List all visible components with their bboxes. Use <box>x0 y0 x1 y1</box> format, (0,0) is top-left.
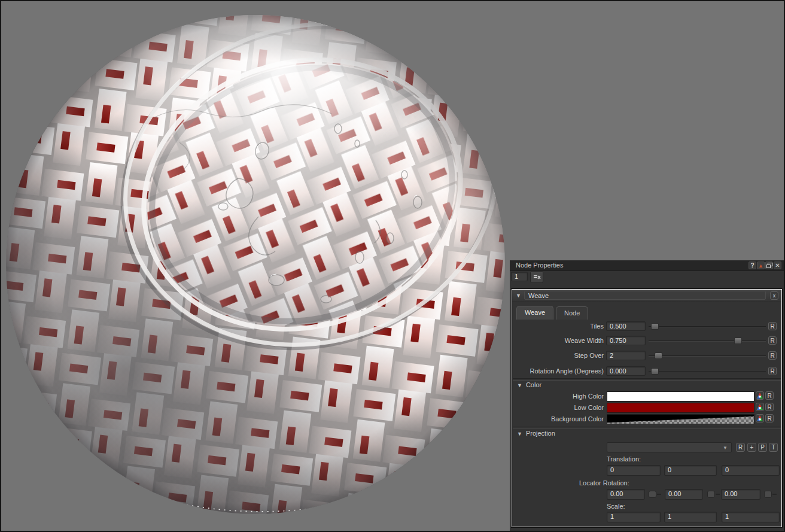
rotation-x-mini-slider[interactable] <box>649 491 656 498</box>
shader-ball-sphere <box>0 0 535 532</box>
reset-button[interactable]: R <box>765 414 774 422</box>
color-picker-button[interactable] <box>756 414 764 422</box>
panel-title: Node Properties <box>516 260 564 270</box>
pin-icon[interactable]: ▲ <box>757 262 765 269</box>
reset-button[interactable]: R <box>765 391 774 400</box>
background-color-swatch[interactable] <box>607 414 754 424</box>
scale-label: Scale: <box>607 502 625 510</box>
group-header[interactable]: ▼ Weave x <box>512 290 781 302</box>
rotation-y-mini-slider[interactable] <box>707 491 715 498</box>
color-picker-button[interactable] <box>756 403 764 411</box>
low-color-swatch[interactable] <box>607 403 754 413</box>
projection-add-button[interactable]: + <box>747 443 756 452</box>
remove-node-button[interactable]: x <box>770 291 778 300</box>
rotation-x-field[interactable]: 0.00 <box>607 489 645 500</box>
rgb-triangle-icon <box>756 415 763 422</box>
collapse-arrow-icon: ▼ <box>517 382 522 388</box>
param-row-weave-width: Weave Width 0.750 R <box>512 336 781 346</box>
color-row-background: Background Color R <box>512 414 781 424</box>
slider-handle[interactable] <box>651 323 659 330</box>
slider-handle[interactable] <box>655 352 662 359</box>
node-properties-panel: Node Properties ? ▲ ✕ 1 ▼ Weave x <box>510 260 785 531</box>
rotation-angle-slider[interactable] <box>649 366 766 376</box>
projection-t-button[interactable]: T <box>769 443 778 452</box>
step-over-slider[interactable] <box>649 351 766 361</box>
param-row-rotation-angle: Rotation Angle (Degrees) 0.000 R <box>512 366 781 376</box>
reset-button[interactable]: R <box>768 336 777 345</box>
param-label: High Color <box>512 391 604 401</box>
tiles-slider[interactable] <box>649 321 766 332</box>
titlebar-icons: ? ▲ ✕ <box>749 262 781 269</box>
help-icon[interactable]: ? <box>749 262 756 269</box>
sync-filter-button[interactable] <box>530 271 543 283</box>
color-row-high: High Color R <box>512 391 781 401</box>
reset-button[interactable]: R <box>768 322 777 330</box>
slider-handle[interactable] <box>734 338 742 344</box>
param-row-tiles: Tiles 0.500 R <box>512 321 781 332</box>
dropdown-value <box>607 443 611 451</box>
slider-handle[interactable] <box>651 368 659 375</box>
scale-y-field[interactable]: 1 <box>664 512 717 522</box>
restore-window-icon[interactable] <box>765 262 773 269</box>
translation-z-field[interactable]: 0 <box>722 465 780 476</box>
reset-button[interactable]: R <box>768 367 777 375</box>
reset-button[interactable]: R <box>765 403 774 411</box>
collapse-arrow-icon[interactable]: ▼ <box>516 293 521 299</box>
section-title: Color <box>526 381 541 388</box>
param-label: Rotation Angle (Degrees) <box>512 366 604 376</box>
color-section-header[interactable]: ▼Color <box>517 381 541 390</box>
projection-reset-button[interactable]: R <box>736 443 745 452</box>
tiles-value-field[interactable]: 0.500 <box>606 321 646 331</box>
param-label: Background Color <box>512 414 604 424</box>
tab-node[interactable]: Node <box>556 306 588 320</box>
rotation-z-field[interactable]: 0.00 <box>721 489 760 500</box>
scale-z-field[interactable]: 1 <box>722 512 780 522</box>
locator-rotation-label: Locator Rotation: <box>579 479 629 487</box>
param-label: Step Over <box>512 351 604 361</box>
rotation-angle-value-field[interactable]: 0.000 <box>606 366 646 376</box>
translation-y-field[interactable]: 0 <box>664 465 717 476</box>
alpha-wedge <box>607 415 754 424</box>
rotation-y-field[interactable]: 0.00 <box>665 489 703 500</box>
section-title: Projection <box>526 430 555 437</box>
weave-width-slider[interactable] <box>649 336 766 346</box>
panel-titlebar[interactable]: Node Properties ? ▲ ✕ <box>510 260 785 271</box>
rgb-triangle-icon <box>756 403 763 411</box>
step-over-value-field[interactable]: 2 <box>606 351 646 360</box>
preset-index-field[interactable]: 1 <box>511 272 528 281</box>
translation-label: Translation: <box>607 455 641 463</box>
tab-strip: Weave Node <box>516 306 588 320</box>
chevron-down-icon: ▼ <box>723 445 728 451</box>
rotation-fields-row: 0.00 0.00 0.00 <box>512 489 783 500</box>
collapse-arrow-icon: ▼ <box>517 431 522 437</box>
section-divider <box>513 378 781 381</box>
projection-p-button[interactable]: P <box>758 443 767 452</box>
weave-node-groupbox: ▼ Weave x Weave Node Tiles 0.500 R Weave… <box>512 289 782 527</box>
color-row-low: Low Color R <box>512 403 781 412</box>
color-picker-button[interactable] <box>756 391 764 400</box>
projection-section-header[interactable]: ▼Projection <box>517 429 555 438</box>
app-window: Node Properties ? ▲ ✕ 1 ▼ Weave x <box>0 0 785 532</box>
param-label: Tiles <box>512 321 604 332</box>
rgb-triangle-icon <box>756 392 763 399</box>
param-label: Weave Width <box>512 336 604 346</box>
reset-button[interactable]: R <box>768 351 777 360</box>
node-name-field[interactable]: Weave <box>524 291 766 300</box>
param-label: Low Color <box>512 403 604 412</box>
weave-width-value-field[interactable]: 0.750 <box>606 336 646 345</box>
param-row-step-over: Step Over 2 R <box>512 351 781 361</box>
sync-filter-icon <box>533 274 541 281</box>
scale-x-field[interactable]: 1 <box>607 512 661 522</box>
rotation-z-mini-slider[interactable] <box>764 491 772 498</box>
projection-locator-dropdown[interactable]: ▼ <box>607 442 732 452</box>
high-color-swatch[interactable] <box>607 391 754 402</box>
tab-weave[interactable]: Weave <box>516 306 553 320</box>
close-icon[interactable]: ✕ <box>774 262 781 269</box>
translation-x-field[interactable]: 0 <box>607 465 661 476</box>
